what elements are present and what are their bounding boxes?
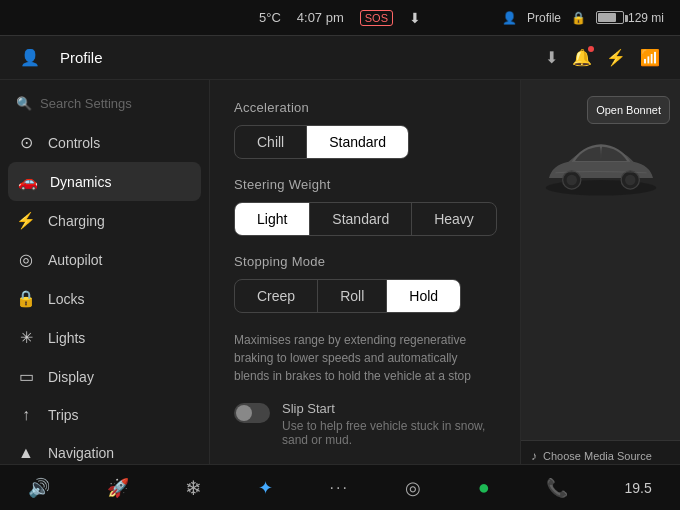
- taskbar: 🔊 🚀 ❄ ✦ ··· ◎ ● 📞 19.5: [0, 464, 680, 510]
- controls-icon: ⊙: [16, 133, 36, 152]
- sidebar-label-autopilot: Autopilot: [48, 252, 102, 268]
- acceleration-title: Acceleration: [234, 100, 496, 115]
- autopilot-icon: ◎: [16, 250, 36, 269]
- sidebar-item-lights[interactable]: ✳ Lights: [0, 318, 209, 357]
- slip-start-row: Slip Start Use to help free vehicle stuc…: [234, 401, 496, 447]
- sidebar-item-trips[interactable]: ↑ Trips: [0, 396, 209, 434]
- slip-start-description: Use to help free vehicle stuck in snow, …: [282, 419, 496, 447]
- download-icon-sub[interactable]: ⬇: [545, 48, 558, 67]
- sub-profile-label[interactable]: Profile: [60, 49, 103, 66]
- acceleration-section: Acceleration Chill Standard: [234, 100, 496, 159]
- profile-person-icon: 👤: [20, 48, 40, 67]
- lock-icon: 🔒: [571, 11, 586, 25]
- profile-icon: 👤: [502, 11, 517, 25]
- locks-icon: 🔒: [16, 289, 36, 308]
- sidebar-item-display[interactable]: ▭ Display: [0, 357, 209, 396]
- stopping-creep[interactable]: Creep: [235, 280, 318, 312]
- slip-start-toggle[interactable]: [234, 403, 270, 423]
- acceleration-chill[interactable]: Chill: [235, 126, 307, 158]
- sidebar-label-display: Display: [48, 369, 94, 385]
- choose-media-label: Choose Media Source: [543, 450, 652, 462]
- signal-icon: 📶: [640, 48, 660, 67]
- search-placeholder: Search Settings: [40, 96, 132, 111]
- navigation-icon: ▲: [16, 444, 36, 462]
- steering-heavy[interactable]: Heavy: [412, 203, 496, 235]
- stopping-roll[interactable]: Roll: [318, 280, 387, 312]
- bell-icon[interactable]: 🔔: [572, 48, 592, 67]
- download-icon: ⬇: [409, 10, 421, 26]
- charging-icon: ⚡: [16, 211, 36, 230]
- acceleration-standard[interactable]: Standard: [307, 126, 408, 158]
- time: 4:07 pm: [297, 10, 344, 25]
- steering-section: Steering Weight Light Standard Heavy: [234, 177, 496, 236]
- clock-display: 19.5: [624, 480, 651, 496]
- steering-standard[interactable]: Standard: [310, 203, 412, 235]
- spotify-icon[interactable]: ●: [478, 476, 490, 499]
- target-icon[interactable]: ◎: [405, 477, 421, 499]
- phone-icon[interactable]: 📞: [546, 477, 568, 499]
- sidebar-item-dynamics[interactable]: 🚗 Dynamics: [8, 162, 201, 201]
- sidebar-label-navigation: Navigation: [48, 445, 114, 461]
- trips-icon: ↑: [16, 406, 36, 424]
- sos-badge: SOS: [360, 10, 393, 26]
- search-bar[interactable]: 🔍 Search Settings: [0, 90, 209, 117]
- stopping-hold[interactable]: Hold: [387, 280, 460, 312]
- battery-indicator: 129 mi: [596, 11, 664, 25]
- bluetooth-icon[interactable]: ⚡: [606, 48, 626, 67]
- main-layout: 🔍 Search Settings ⊙ Controls 🚗 Dynamics …: [0, 80, 680, 510]
- sidebar-label-charging: Charging: [48, 213, 105, 229]
- sidebar-item-locks[interactable]: 🔒 Locks: [0, 279, 209, 318]
- fan-icon[interactable]: ❄: [185, 476, 202, 500]
- dynamics-icon: 🚗: [18, 172, 38, 191]
- sidebar-item-charging[interactable]: ⚡ Charging: [0, 201, 209, 240]
- sidebar-label-locks: Locks: [48, 291, 85, 307]
- lights-icon: ✳: [16, 328, 36, 347]
- svg-point-2: [566, 175, 576, 185]
- volume-icon[interactable]: 🔊: [28, 477, 50, 499]
- sidebar-label-dynamics: Dynamics: [50, 174, 111, 190]
- stopping-description: Maximises range by extending regenerativ…: [234, 331, 496, 385]
- sidebar-item-controls[interactable]: ⊙ Controls: [0, 123, 209, 162]
- slip-start-label: Slip Start: [282, 401, 496, 416]
- acceleration-options: Chill Standard: [234, 125, 409, 159]
- rocket-icon[interactable]: 🚀: [107, 477, 129, 499]
- steering-light[interactable]: Light: [235, 203, 310, 235]
- sidebar: 🔍 Search Settings ⊙ Controls 🚗 Dynamics …: [0, 80, 210, 510]
- dots-icon[interactable]: ···: [330, 479, 349, 497]
- search-icon: 🔍: [16, 96, 32, 111]
- steering-title: Steering Weight: [234, 177, 496, 192]
- sidebar-label-lights: Lights: [48, 330, 85, 346]
- profile-label: Profile: [527, 11, 561, 25]
- music-note-icon: ♪: [531, 449, 537, 463]
- display-icon: ▭: [16, 367, 36, 386]
- temperature: 5°C: [259, 10, 281, 25]
- stopping-section: Stopping Mode Creep Roll Hold Maximises …: [234, 254, 496, 385]
- svg-point-4: [625, 175, 635, 185]
- steering-options: Light Standard Heavy: [234, 202, 497, 236]
- bluetooth-taskbar-icon[interactable]: ✦: [258, 477, 273, 499]
- sidebar-label-controls: Controls: [48, 135, 100, 151]
- content-area: Acceleration Chill Standard Steering Wei…: [210, 80, 520, 510]
- mileage: 129 mi: [628, 11, 664, 25]
- sidebar-label-trips: Trips: [48, 407, 79, 423]
- sidebar-item-autopilot[interactable]: ◎ Autopilot: [0, 240, 209, 279]
- status-bar: 5°C 4:07 pm SOS ⬇ 👤 Profile 🔒 129 mi: [0, 0, 680, 36]
- car-image: [536, 120, 666, 210]
- stopping-options: Creep Roll Hold: [234, 279, 461, 313]
- sub-header: 👤 Profile ⬇ 🔔 ⚡ 📶: [0, 36, 680, 80]
- car-panel: Open Bonnet ♪ Choose Media Source: [520, 80, 680, 510]
- stopping-title: Stopping Mode: [234, 254, 496, 269]
